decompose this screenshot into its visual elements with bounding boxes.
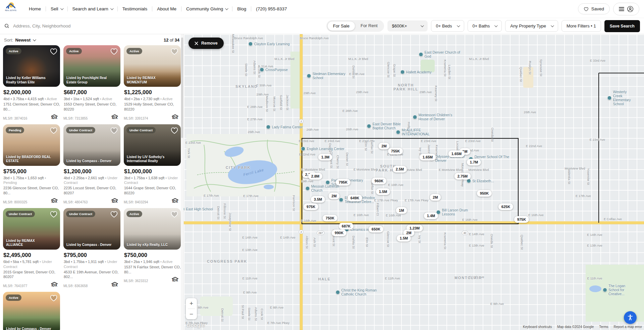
map-price-pin[interactable]: 1.5M: [397, 235, 411, 242]
favorite-button[interactable]: [110, 47, 118, 56]
favorite-button[interactable]: [170, 210, 179, 219]
map-price-pin[interactable]: 750K: [323, 215, 337, 221]
listing-card[interactable]: Under ContractListed by LIV Sotheby's In…: [124, 124, 181, 204]
map-price-pin[interactable]: 2.75M: [454, 173, 471, 180]
map-price-pin[interactable]: 975K: [304, 203, 318, 210]
map-price-pin[interactable]: 1.65M: [420, 154, 436, 160]
poi-label[interactable]: East High School: [184, 207, 213, 211]
poi-label[interactable]: CrossPurpose: [260, 68, 288, 72]
mls-number: MLS®: 3391374: [124, 117, 148, 120]
poi-label[interactable]: The Logan School for Creative...: [603, 284, 630, 296]
poi-label[interactable]: Christ the King Roman Catholic Church: [336, 288, 381, 296]
favorite-button[interactable]: [170, 47, 179, 56]
menu-account-button[interactable]: [613, 3, 639, 15]
nav-link--720-955-8337[interactable]: (720) 955-8337: [251, 6, 291, 11]
map-price-pin[interactable]: 755K: [388, 148, 403, 154]
listed-by-label: Listed by RE/MAX ALLIANCE: [6, 239, 52, 247]
map-price-pin[interactable]: 950K: [477, 190, 492, 197]
poi-label[interactable]: McAULIFFE INTERNATIONAL: [396, 128, 441, 136]
for-rent-tab[interactable]: For Rent: [355, 21, 383, 31]
map-price-pin[interactable]: 2.8M: [308, 173, 322, 180]
map-price-pin[interactable]: 990K: [332, 229, 346, 236]
favorite-button[interactable]: [49, 47, 58, 56]
map-price-pin[interactable]: 650K: [369, 226, 383, 233]
listing-card[interactable]: Under ContractListed by Compass - Denver…: [63, 208, 120, 288]
property-type-filter[interactable]: Any Property Type: [505, 20, 558, 32]
poi-label[interactable]: Westerly Creek Elementary School: [607, 90, 632, 106]
map-price-pin[interactable]: 795K: [336, 179, 351, 186]
heart-icon: [49, 294, 58, 302]
poi-label[interactable]: Bill Larson Drum Lessons: [436, 208, 482, 216]
map-attribution-item[interactable]: Report a map error: [614, 325, 642, 329]
favorite-button[interactable]: [49, 126, 58, 135]
map-price-pin[interactable]: 1.65M: [448, 150, 465, 157]
listing-card[interactable]: Under ContractListed by Compass - Denver…: [63, 124, 120, 204]
map-price-pin[interactable]: 1.4M: [424, 212, 438, 219]
nav-link-community-giving[interactable]: Community Giving: [181, 6, 232, 11]
map-price-pin[interactable]: 2M: [430, 194, 441, 201]
sort-dropdown[interactable]: Newest: [15, 38, 35, 43]
poi-label[interactable]: St Elizabeth...: [467, 179, 494, 183]
poi-label[interactable]: Lady Fatima Center: [266, 125, 303, 129]
map-price-pin[interactable]: 960K: [372, 178, 386, 184]
poi-label[interactable]: English Learning Center: [301, 147, 344, 151]
favorite-button[interactable]: [49, 294, 58, 303]
listed-by-label: Listed by Keller Williams Realty Urban E…: [6, 76, 52, 84]
save-search-button[interactable]: Save Search: [604, 20, 640, 32]
map-price-pin[interactable]: 2M: [378, 143, 389, 149]
map-price-pin[interactable]: 1.7M: [467, 159, 481, 166]
saved-button[interactable]: Saved: [578, 3, 610, 14]
map-price-pin[interactable]: 2.5M: [393, 166, 407, 173]
listing-card[interactable]: PendingListed by BRADFORD REAL ESTATE$75…: [3, 124, 60, 204]
street-label: E 23rd Ave: [185, 141, 201, 144]
poi-label[interactable]: Hallett Academy: [400, 70, 432, 74]
map[interactable]: Remove + − Google Keyboard shortcutsMap …: [184, 34, 644, 330]
baths-filter[interactable]: 0+ Baths: [468, 20, 502, 32]
map-price-pin[interactable]: 1M: [396, 207, 407, 214]
favorite-button[interactable]: [110, 210, 118, 219]
listing-card[interactable]: ActiveListed by Keller Williams Realty U…: [3, 45, 60, 120]
map-attribution-item[interactable]: Terms: [599, 325, 608, 329]
company-logo[interactable]: REAL ESTATE: [3, 2, 18, 16]
panel-scrollbar[interactable]: [181, 34, 183, 330]
listing-card[interactable]: ActiveListed by RE/MAX MOMENTUM$1,225,00…: [124, 45, 181, 120]
map-price-pin[interactable]: 1.3M: [318, 154, 332, 160]
nav-link-search-and-learn[interactable]: Search and Learn: [68, 6, 117, 11]
listing-card[interactable]: ActiveListed by eXp Realty, LLC$750,0003…: [124, 208, 181, 288]
remove-boundary-button[interactable]: Remove: [189, 38, 224, 49]
map-price-pin[interactable]: 2M: [328, 193, 339, 199]
street-label: E 13th Ave: [587, 244, 602, 247]
map-price-pin[interactable]: 1.5M: [376, 188, 390, 195]
price-filter[interactable]: $600K+: [387, 20, 428, 31]
accessibility-button[interactable]: [624, 311, 637, 324]
idx-logo: IDX: [170, 198, 180, 203]
poi-label[interactable]: Montessori Children's House of Denver: [413, 113, 458, 121]
for-sale-tab[interactable]: For Sale: [327, 21, 355, 31]
listing-card[interactable]: ActiveListed by Compass - Denver$1,699,0…: [3, 292, 60, 330]
favorite-button[interactable]: [170, 126, 179, 135]
map-attribution-item[interactable]: Keyboard shortcuts: [523, 325, 552, 329]
nav-link-testimonials[interactable]: Testimonials: [118, 6, 152, 11]
nav-link-blog[interactable]: Blog: [232, 6, 251, 11]
map-price-pin[interactable]: 649K: [347, 195, 362, 201]
map-price-pin[interactable]: 625K: [498, 203, 513, 210]
zoom-out-button[interactable]: −: [186, 309, 197, 319]
map-price-pin[interactable]: 687K: [339, 223, 354, 229]
favorite-button[interactable]: [110, 126, 118, 135]
map-price-pin[interactable]: 3.5M: [311, 196, 325, 203]
favorite-button[interactable]: [49, 210, 58, 219]
beds-filter[interactable]: 0+ Beds: [431, 20, 464, 32]
poi-label[interactable]: East Denver Church of God: [419, 50, 464, 58]
more-filters-button[interactable]: More Filters • 1: [561, 20, 601, 32]
nav-link-home[interactable]: Home: [24, 6, 46, 11]
nav-link-sell[interactable]: Sell: [46, 6, 67, 11]
poi-label[interactable]: Stedman Elementary School: [307, 72, 352, 80]
map-price-pin[interactable]: 975K: [514, 216, 529, 223]
listing-card[interactable]: Under ContractListed by RE/MAX ALLIANCE$…: [3, 208, 60, 288]
poi-label[interactable]: Clayton Early Learning: [248, 42, 289, 46]
search-input[interactable]: [13, 23, 154, 28]
nav-link-about-me[interactable]: About Me: [152, 6, 181, 11]
listing-card[interactable]: ActiveListed by Porchlight Real Estate G…: [63, 45, 120, 120]
zoom-in-button[interactable]: +: [186, 298, 197, 309]
mls-row: MLS®: 3874016IDX: [3, 114, 60, 120]
